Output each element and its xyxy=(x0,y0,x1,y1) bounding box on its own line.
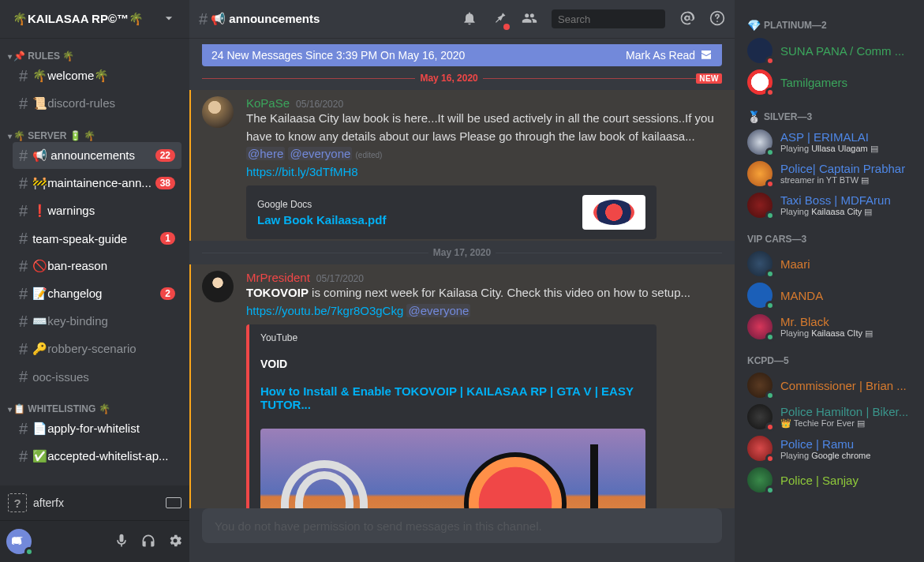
unread-badge: 2 xyxy=(160,287,175,300)
status-icon xyxy=(765,391,775,400)
screenshare-icon[interactable] xyxy=(166,497,181,508)
channel-name: 🌴welcome🌴 xyxy=(32,69,175,83)
member-item[interactable]: SUNA PANA / Comm ... xyxy=(741,35,918,66)
channel-list[interactable]: ▾📌 RULES 🌴#🌴welcome🌴#📜discord-rules▾🌴 SE… xyxy=(0,38,189,485)
embed-title[interactable]: Law Book Kailaasa.pdf xyxy=(257,213,571,227)
server-header[interactable]: 🌴KAILASAA RP©™🌴 xyxy=(0,0,189,38)
member-name: Commissioner | Brian ... xyxy=(780,379,911,392)
video-thumbnail[interactable] xyxy=(260,429,645,508)
member-avatar xyxy=(747,283,772,308)
channel-item[interactable]: #ooc-issues xyxy=(13,363,181,390)
pin-icon[interactable] xyxy=(492,10,507,28)
mark-as-read[interactable]: Mark As Read xyxy=(626,49,695,62)
member-activity: Playing Kailaasa CIty ▤ xyxy=(780,328,911,339)
new-badge: NEW xyxy=(696,73,722,84)
gear-icon[interactable] xyxy=(167,533,183,551)
embed-title[interactable]: How to Install & Enable TOKOVOIP | KAILA… xyxy=(260,384,645,411)
chevron-down-icon xyxy=(161,10,177,28)
channel-name: 📝changelog xyxy=(32,287,160,301)
channel-item[interactable]: #📜discord-rules xyxy=(13,90,181,117)
unread-badge: 22 xyxy=(155,149,175,162)
embed-card[interactable]: Google Docs Law Book Kailaasa.pdf xyxy=(246,185,657,239)
member-avatar xyxy=(747,69,772,95)
member-name: ASP | ERIMALAI xyxy=(780,130,911,144)
hash-icon: # xyxy=(19,147,28,165)
member-item[interactable]: Police Hamilton | Biker...👑 Techie For E… xyxy=(741,401,918,433)
hash-icon: # xyxy=(19,174,28,193)
member-avatar xyxy=(747,467,772,493)
channel-name: ✅accepted-whitelist-ap... xyxy=(32,449,175,463)
channel-item[interactable]: #🌴welcome🌴 xyxy=(13,62,181,89)
channel-item[interactable]: #team-speak-guide1 xyxy=(13,225,181,252)
member-activity: 👑 Techie For Ever ▤ xyxy=(780,418,911,429)
user-area: ? afterfx xyxy=(0,485,189,562)
status-icon xyxy=(765,422,775,432)
search-input[interactable] xyxy=(558,13,690,25)
member-avatar xyxy=(747,161,772,186)
new-messages-bar[interactable]: 24 New Messages Since 3:39 PM On May 16,… xyxy=(202,44,722,66)
category-header[interactable]: ▾📌 RULES 🌴 xyxy=(6,51,181,62)
status-icon xyxy=(765,485,775,495)
mic-icon[interactable] xyxy=(114,533,129,551)
member-group-header: VIP CARS—3 xyxy=(741,221,918,248)
member-item[interactable]: ASP | ERIMALAIPlaying Ullasa Ulagam ▤ xyxy=(741,126,918,158)
category-header[interactable]: ▾📋 WHITELISTING 🌴 xyxy=(6,403,181,414)
member-item[interactable]: MANDA xyxy=(741,279,918,311)
channel-item[interactable]: #❗warnings xyxy=(13,197,181,224)
member-item[interactable]: Police | Sanjay xyxy=(741,464,918,496)
embed-thumbnail xyxy=(582,195,645,230)
channel-item[interactable]: #✅accepted-whitelist-ap... xyxy=(13,443,181,470)
member-item[interactable]: Police | RamuPlaying Google chrome xyxy=(741,433,918,464)
member-item[interactable]: Commissioner | Brian ... xyxy=(741,369,918,401)
member-activity: Playing Kailaasa City ▤ xyxy=(780,207,911,217)
members-icon[interactable] xyxy=(522,10,537,28)
hash-icon: # xyxy=(19,420,28,438)
hash-icon: # xyxy=(19,285,28,303)
user-avatar[interactable] xyxy=(6,529,32,554)
member-item[interactable]: Police| Captain Prabharstreamer in YT BT… xyxy=(741,158,918,189)
channel-item[interactable]: #🚧maintainence-ann...38 xyxy=(13,170,181,197)
date-divider: May 17, 2020 xyxy=(202,247,722,258)
member-group-header: 💎PLATINUM—2 xyxy=(741,6,918,35)
channel-item[interactable]: #📝changelog2 xyxy=(13,280,181,307)
member-avatar xyxy=(747,193,772,218)
channel-title: 📢 announcements xyxy=(211,12,320,26)
headphones-icon[interactable] xyxy=(140,533,156,551)
members-sidebar[interactable]: 💎PLATINUM—2SUNA PANA / Comm ...Tamilgame… xyxy=(735,0,924,562)
channel-item[interactable]: #⌨️key-binding xyxy=(13,308,181,335)
avatar[interactable] xyxy=(202,271,234,302)
member-avatar xyxy=(747,314,772,339)
channel-name: ❗warnings xyxy=(32,204,175,218)
search-box[interactable] xyxy=(552,9,665,28)
message-author[interactable]: KoPaSe xyxy=(246,96,290,110)
status-icon xyxy=(765,332,775,342)
category-header[interactable]: ▾🌴 SERVER 🔋 🌴 xyxy=(6,130,181,141)
message[interactable]: MrPresident 05/17/2020 TOKOVOIP is comin… xyxy=(189,264,735,508)
member-avatar xyxy=(747,251,772,276)
mentions-icon[interactable] xyxy=(679,10,695,28)
help-icon[interactable] xyxy=(709,10,725,28)
channel-item[interactable]: #📢 announcements22 xyxy=(13,142,181,169)
messages-scroll[interactable]: 24 New Messages Since 3:39 PM On May 16,… xyxy=(189,38,735,508)
member-item[interactable]: Maari xyxy=(741,248,918,279)
member-item[interactable]: Taxi Boss | MDFArunPlaying Kailaasa City… xyxy=(741,189,918,221)
embed-author[interactable]: VOID xyxy=(260,358,645,370)
channel-header: # 📢 announcements xyxy=(189,0,735,38)
embed-card[interactable]: YouTube VOID How to Install & Enable TOK… xyxy=(246,324,657,508)
bell-icon[interactable] xyxy=(462,10,477,28)
channel-item[interactable]: #🔑robbery-scenario xyxy=(13,335,181,362)
channel-item[interactable]: #📄apply-for-whitelist xyxy=(13,415,181,442)
message-link[interactable]: https://bit.ly/3dTfMH8 xyxy=(246,165,358,178)
afterfx-row[interactable]: ? afterfx xyxy=(0,485,189,521)
channel-item[interactable]: #🚫ban-reason xyxy=(13,253,181,279)
member-avatar xyxy=(747,404,772,429)
message[interactable]: KoPaSe 05/16/2020 The Kailaasa City law … xyxy=(189,90,735,241)
category-label: 🌴 SERVER 🔋 🌴 xyxy=(13,130,95,141)
member-item[interactable]: Mr. BlackPlaying Kailaasa CIty ▤ xyxy=(741,311,918,343)
member-item[interactable]: Tamilgamers xyxy=(741,66,918,98)
user-panel xyxy=(0,521,189,562)
message-author[interactable]: MrPresident xyxy=(246,271,310,284)
avatar[interactable] xyxy=(202,96,234,128)
unread-badge: 1 xyxy=(160,232,175,245)
member-name: Mr. Black xyxy=(780,315,911,328)
